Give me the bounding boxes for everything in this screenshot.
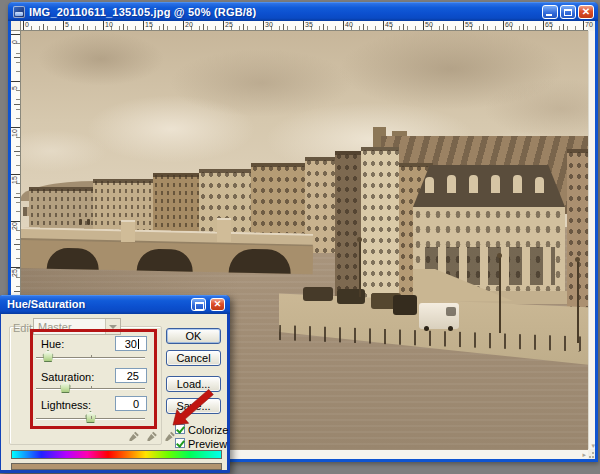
bridge-pier <box>217 218 231 242</box>
ruler-label: 5 <box>11 86 19 90</box>
white-van <box>419 303 459 329</box>
hue-spectrum-bar <box>11 450 222 459</box>
ruler-label: 30 <box>265 21 273 29</box>
building-facade <box>251 163 305 243</box>
window-title: IMG_20110611_135105.jpg @ 50% (RGB/8) <box>29 6 256 18</box>
colorize-label: Colorize <box>188 424 228 436</box>
preview-checkbox[interactable] <box>175 438 185 448</box>
roof-dormer <box>513 175 522 193</box>
window-titlebar[interactable]: IMG_20110611_135105.jpg @ 50% (RGB/8) ✕ <box>8 2 598 21</box>
roof-dormer <box>535 177 544 193</box>
ruler-label: 5 <box>65 21 69 29</box>
bridge-pier <box>121 220 135 242</box>
pedestrian <box>87 219 90 225</box>
ruler-label: 65 <box>545 21 553 29</box>
ruler-label: 20 <box>11 222 19 230</box>
document-icon <box>13 6 25 18</box>
ok-button[interactable]: OK <box>166 328 221 344</box>
ruler-label: 0 <box>25 21 29 29</box>
eyedropper-icon[interactable] <box>128 430 140 443</box>
colorized-result-bar <box>11 463 222 470</box>
parked-car <box>393 295 417 315</box>
save-button[interactable]: Save... <box>166 398 221 414</box>
annotation-red-box <box>30 329 157 429</box>
van-windshield <box>446 307 456 316</box>
dialog-close-button[interactable]: ✕ <box>210 298 225 311</box>
minimize-button[interactable] <box>542 5 558 19</box>
van-wheel <box>448 326 453 331</box>
ruler-label: 10 <box>11 129 19 137</box>
parked-car <box>303 287 333 301</box>
scroll-down-icon[interactable]: ▾ <box>591 442 595 449</box>
pedestrian <box>79 219 82 225</box>
preview-label: Preview <box>188 438 227 450</box>
ruler-label: 60 <box>505 21 513 29</box>
roof-dormer <box>469 175 478 193</box>
hue-saturation-dialog: Hue/Saturation ✕ Edit: Master Hue: 30 Sa… <box>0 295 230 473</box>
ruler-label: 35 <box>305 21 313 29</box>
ruler-origin-box[interactable] <box>11 21 21 31</box>
bridge-arch <box>137 249 193 272</box>
ruler-label: 15 <box>11 176 19 184</box>
bridge-arch <box>47 248 99 270</box>
maximize-icon <box>564 9 572 16</box>
ruler-label: 55 <box>465 21 473 29</box>
dialog-title: Hue/Saturation <box>7 298 85 310</box>
ruler-label: 10 <box>105 21 113 29</box>
ruler-label: 40 <box>345 21 353 29</box>
ruler-label: 0 <box>11 40 19 44</box>
resize-grip[interactable] <box>588 449 595 459</box>
dialog-titlebar[interactable]: Hue/Saturation ✕ <box>0 295 230 314</box>
load-button[interactable]: Load... <box>166 376 221 392</box>
close-icon: ✕ <box>579 6 593 18</box>
roof-dormer <box>491 175 500 193</box>
dialog-window-button[interactable] <box>191 298 206 311</box>
lamp-post <box>499 257 501 333</box>
scroll-right-icon[interactable]: ▸ <box>582 451 586 458</box>
roof-dormer <box>425 177 434 193</box>
ruler-label: 25 <box>11 269 19 277</box>
maximize-button[interactable] <box>560 5 576 19</box>
dialog-body: Edit: Master Hue: 30 Saturation: 25 Ligh… <box>1 314 227 470</box>
ruler-label: 20 <box>185 21 193 29</box>
building-facade <box>153 173 199 237</box>
horizontal-ruler: 0 5 10 15 20 25 30 35 40 45 50 55 60 65 … <box>21 21 588 31</box>
ruler-label: 25 <box>225 21 233 29</box>
cancel-button[interactable]: Cancel <box>166 350 221 366</box>
lamp-post <box>577 261 579 343</box>
van-wheel <box>424 326 429 331</box>
colorize-checkbox[interactable] <box>175 424 185 434</box>
ruler-label: 15 <box>145 21 153 29</box>
close-button[interactable]: ✕ <box>578 5 594 19</box>
eyedropper-plus-icon[interactable] <box>146 430 158 443</box>
lamp-post <box>359 241 361 297</box>
ruler-label: 50 <box>425 21 433 29</box>
bridge-arch <box>229 248 291 273</box>
vertical-scrollbar[interactable]: ▾ <box>588 31 595 450</box>
ruler-label: 70 <box>585 21 593 29</box>
minimize-icon <box>546 14 552 16</box>
ruler-label: 45 <box>385 21 393 29</box>
roof-dormer <box>447 175 456 193</box>
